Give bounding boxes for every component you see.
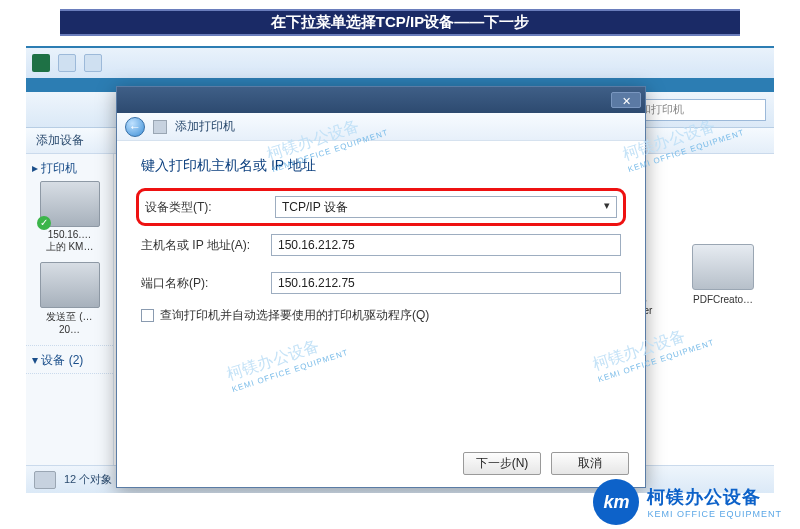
hostname-label: 主机名或 IP 地址(A): [141,237,271,254]
portname-label: 端口名称(P): [141,275,271,292]
printer-label: PDFCreato… [682,294,764,305]
portname-value: 150.16.212.75 [278,276,355,290]
printer-icon [692,244,754,290]
sidebar-printer2-line2: 20… [36,324,103,335]
sidebar-printer2-line1: 发送至 (… [36,310,103,324]
wizard-heading: 键入打印机主机名或 IP 地址 [141,157,621,175]
wizard-header: ← 添加打印机 [117,113,645,141]
auto-driver-row: 查询打印机并自动选择要使用的打印机驱动程序(Q) [141,307,621,324]
wizard-body: 键入打印机主机名或 IP 地址 设备类型(T): TCP/IP 设备 主机名或 … [117,141,645,324]
close-button[interactable]: ✕ [611,92,641,108]
sidebar-section-printers[interactable]: ▸ 打印机 [32,160,107,177]
cancel-button-label: 取消 [578,455,602,472]
screenshot-area: 搜索 设备和打印机 添加设备 ▸ 打印机 150.16.… 上的 KM… 发送至… [26,46,774,493]
device-icon [34,471,56,489]
window-tab-strip [26,48,774,78]
printer-item-pdfcreator[interactable]: PDFCreato… [682,244,764,316]
sidebar-printer-item[interactable]: 150.16.… 上的 KM… [36,181,103,254]
portname-row: 端口名称(P): 150.16.212.75 [141,269,621,297]
explorer-sidebar: ▸ 打印机 150.16.… 上的 KM… 发送至 (… 20… ▾ 设备 (2… [26,154,114,465]
printer-icon [40,181,100,227]
folder-icon [84,54,102,72]
next-button-label: 下一步(N) [476,455,529,472]
sidebar-section-devices[interactable]: ▾ 设备 (2) [32,352,107,369]
wizard-titlebar: ✕ [117,87,645,113]
arrow-left-icon: ← [129,120,141,134]
portname-input[interactable]: 150.16.212.75 [271,272,621,294]
sidebar-printer-item[interactable]: 发送至 (… 20… [36,262,103,335]
hostname-value: 150.16.212.75 [278,238,355,252]
hostname-row: 主机名或 IP 地址(A): 150.16.212.75 [141,231,621,259]
brand-cn: 柯镁办公设备 [647,485,782,509]
device-type-row: 设备类型(T): TCP/IP 设备 [141,193,621,221]
wizard-breadcrumb: 添加打印机 [175,118,235,135]
auto-driver-label: 查询打印机并自动选择要使用的打印机驱动程序(Q) [160,307,429,324]
excel-icon [32,54,50,72]
auto-driver-checkbox[interactable] [141,309,154,322]
device-type-label: 设备类型(T): [145,199,275,216]
slide-title: 在下拉菜单选择TCP/IP设备——下一步 [60,9,740,36]
brand-en: KEMI OFFICE EQUIPMENT [647,509,782,519]
brand-logo-icon: km [593,479,639,525]
toolbar-add-device[interactable]: 添加设备 [36,133,84,147]
folder-icon [58,54,76,72]
slide-title-text: 在下拉菜单选择TCP/IP设备——下一步 [271,13,529,32]
printer-icon [40,262,100,308]
device-type-dropdown[interactable]: TCP/IP 设备 [275,196,617,218]
cancel-button[interactable]: 取消 [551,452,629,475]
sidebar-printer-line1: 150.16.… [36,229,103,240]
add-printer-wizard: ✕ ← 添加打印机 键入打印机主机名或 IP 地址 设备类型(T): TCP/I… [116,86,646,488]
brand-badge: km 柯镁办公设备 KEMI OFFICE EQUIPMENT [593,479,782,525]
device-type-value: TCP/IP 设备 [282,199,348,216]
back-button[interactable]: ← [125,117,145,137]
brand-text: 柯镁办公设备 KEMI OFFICE EQUIPMENT [647,485,782,519]
hostname-input[interactable]: 150.16.212.75 [271,234,621,256]
next-button[interactable]: 下一步(N) [463,452,541,475]
wizard-footer: 下一步(N) 取消 [463,452,629,475]
status-text: 12 个对象 [64,472,112,487]
sidebar-printer-line2: 上的 KM… [36,240,103,254]
printer-small-icon [153,120,167,134]
